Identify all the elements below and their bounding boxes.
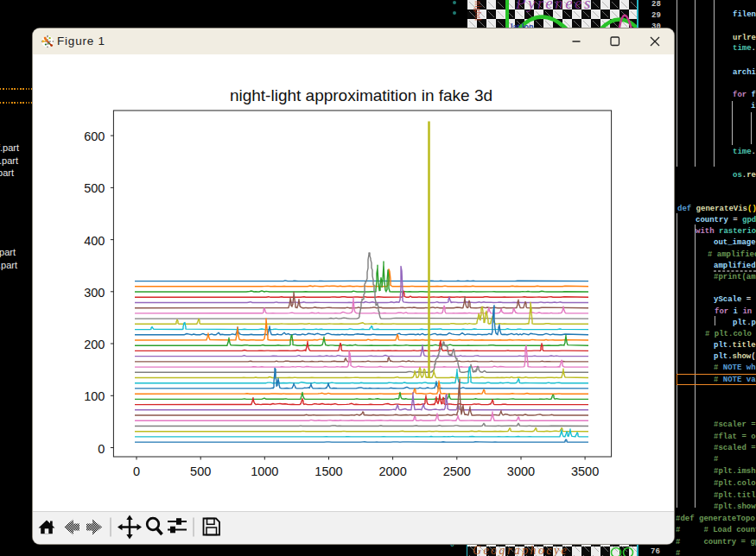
svg-text:nightl: nightl bbox=[473, 1, 483, 22]
svg-text:lat lon: lat lon bbox=[511, 22, 534, 28]
svg-text:2000: 2000 bbox=[378, 464, 406, 478]
svg-text:0: 0 bbox=[133, 464, 140, 478]
svg-text:1000: 1000 bbox=[251, 464, 278, 478]
svg-text:100: 100 bbox=[84, 389, 105, 403]
svg-text:3500: 3500 bbox=[571, 464, 599, 478]
svg-text:600: 600 bbox=[84, 130, 105, 143]
svg-text:night-light approximatition in: night-light approximatition in fake 3d bbox=[230, 86, 492, 104]
svg-text:3000: 3000 bbox=[507, 464, 535, 478]
svg-text:1500: 1500 bbox=[314, 464, 342, 478]
svg-text:Pyrenees: Pyrenees bbox=[515, 0, 593, 12]
svg-text:500: 500 bbox=[190, 464, 211, 478]
svg-text:200: 200 bbox=[84, 338, 105, 351]
svg-text:0: 0 bbox=[98, 442, 105, 456]
svg-text:500: 500 bbox=[84, 181, 105, 195]
svg-text:400: 400 bbox=[84, 234, 105, 248]
svg-text:Geographocye: Geographocye bbox=[473, 544, 569, 556]
svg-text:300: 300 bbox=[84, 286, 105, 300]
svg-text:2500: 2500 bbox=[443, 464, 471, 478]
